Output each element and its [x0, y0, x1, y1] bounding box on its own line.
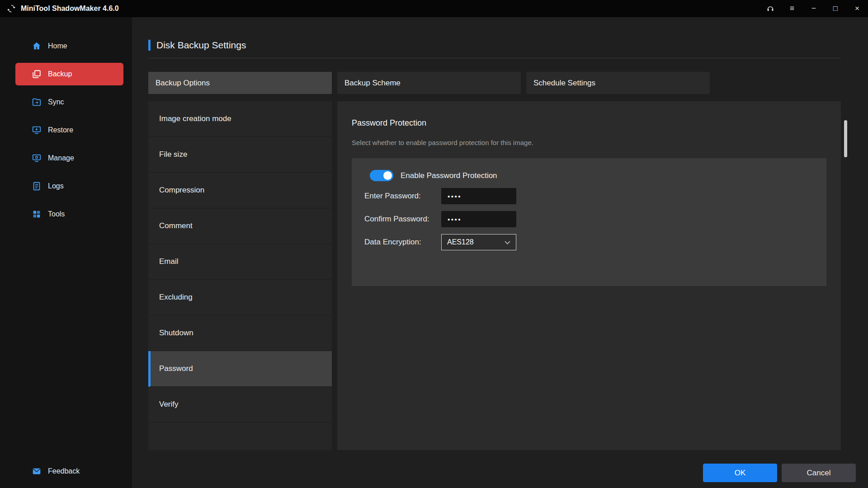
- sync-icon: [32, 97, 42, 107]
- option-excluding[interactable]: Excluding: [148, 280, 332, 315]
- sidebar-item-label: Feedback: [48, 467, 80, 475]
- confirm-password-label: Confirm Password:: [364, 215, 441, 224]
- minimize-button[interactable]: −: [803, 0, 825, 17]
- app-window: MiniTool ShadowMaker 4.6.0 ≡ − □ × Home: [0, 0, 868, 488]
- option-shutdown[interactable]: Shutdown: [148, 315, 332, 351]
- toggle-row: Enable Password Protection: [370, 170, 814, 181]
- sidebar-item-label: Tools: [48, 210, 65, 218]
- options-list: Image creation mode File size Compressio…: [148, 101, 332, 450]
- option-email[interactable]: Email: [148, 244, 332, 280]
- enter-password-row: Enter Password:: [364, 188, 814, 204]
- main-area: Disk Backup Settings Backup Options Back…: [132, 17, 868, 488]
- data-encryption-label: Data Encryption:: [364, 238, 441, 247]
- password-protection-panel: Password Protection Select whether to en…: [337, 101, 841, 450]
- sidebar-item-logs[interactable]: Logs: [0, 175, 132, 197]
- app-body: Home Backup Sync: [0, 17, 868, 488]
- maximize-button[interactable]: □: [825, 0, 846, 17]
- option-compression[interactable]: Compression: [148, 173, 332, 208]
- tab-schedule-settings[interactable]: Schedule Settings: [526, 72, 710, 94]
- toggle-knob: [383, 171, 392, 180]
- app-logo-icon: [6, 4, 16, 14]
- scrollbar-thumb[interactable]: [844, 120, 847, 157]
- sidebar-item-backup[interactable]: Backup: [15, 63, 123, 85]
- confirm-password-row: Confirm Password:: [364, 211, 814, 227]
- header-divider: [148, 58, 841, 58]
- panel-heading: Password Protection: [352, 118, 826, 128]
- window-title: MiniTool ShadowMaker 4.6.0: [21, 5, 119, 13]
- sidebar-item-label: Home: [48, 42, 67, 50]
- toggle-label: Enable Password Protection: [401, 171, 497, 180]
- option-image-creation-mode[interactable]: Image creation mode: [148, 101, 332, 137]
- titlebar: MiniTool ShadowMaker 4.6.0 ≡ − □ ×: [0, 0, 868, 17]
- sidebar-item-label: Sync: [48, 98, 64, 106]
- tab-bar: Backup Options Backup Scheme Schedule Se…: [148, 72, 841, 94]
- encryption-selected-value: AES128: [447, 238, 474, 246]
- support-icon[interactable]: [760, 0, 781, 17]
- sidebar-item-tools[interactable]: Tools: [0, 203, 132, 225]
- option-comment[interactable]: Comment: [148, 208, 332, 244]
- tab-backup-options[interactable]: Backup Options: [148, 72, 332, 94]
- restore-icon: [32, 125, 42, 135]
- logs-icon: [32, 181, 42, 191]
- data-encryption-row: Data Encryption: AES128: [364, 234, 814, 250]
- backup-icon: [32, 69, 42, 79]
- enable-password-toggle[interactable]: [370, 170, 393, 181]
- encryption-dropdown[interactable]: AES128: [441, 234, 516, 250]
- panel-description: Select whether to enable password protec…: [352, 139, 826, 146]
- home-icon: [32, 41, 42, 51]
- sidebar-item-label: Restore: [48, 126, 73, 134]
- enter-password-label: Enter Password:: [364, 192, 441, 201]
- sidebar-item-restore[interactable]: Restore: [0, 119, 132, 141]
- menu-icon[interactable]: ≡: [781, 0, 803, 17]
- sidebar-item-label: Logs: [48, 182, 64, 190]
- option-password[interactable]: Password: [148, 351, 332, 387]
- sidebar-item-feedback[interactable]: Feedback: [0, 460, 132, 483]
- tab-backup-scheme[interactable]: Backup Scheme: [337, 72, 521, 94]
- ok-button[interactable]: OK: [703, 464, 777, 482]
- confirm-password-field[interactable]: [441, 211, 516, 227]
- page-title: Disk Backup Settings: [156, 40, 246, 51]
- enter-password-field[interactable]: [441, 188, 516, 204]
- option-verify[interactable]: Verify: [148, 387, 332, 422]
- option-file-size[interactable]: File size: [148, 137, 332, 173]
- sidebar-item-label: Backup: [48, 70, 72, 78]
- options-filler: [148, 422, 332, 450]
- feedback-icon: [32, 466, 42, 476]
- page-header: Disk Backup Settings: [148, 40, 841, 51]
- close-button[interactable]: ×: [846, 0, 868, 17]
- settings-content: Image creation mode File size Compressio…: [148, 101, 841, 450]
- sidebar: Home Backup Sync: [0, 17, 132, 488]
- sidebar-item-manage[interactable]: Manage: [0, 147, 132, 169]
- sidebar-item-home[interactable]: Home: [0, 35, 132, 57]
- title-accent-bar: [148, 40, 151, 51]
- sidebar-item-sync[interactable]: Sync: [0, 91, 132, 113]
- footer-actions: OK Cancel: [132, 464, 868, 488]
- manage-icon: [32, 153, 42, 163]
- sidebar-item-label: Manage: [48, 154, 74, 162]
- tools-icon: [32, 209, 42, 219]
- password-settings-card: Enable Password Protection Enter Passwor…: [352, 158, 826, 286]
- chevron-down-icon: [505, 238, 510, 246]
- cancel-button[interactable]: Cancel: [782, 464, 856, 482]
